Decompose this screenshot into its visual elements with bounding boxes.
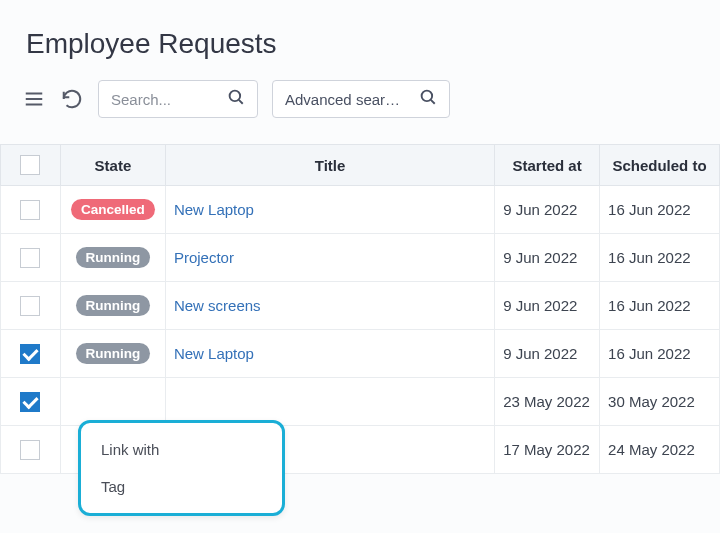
row-title-link[interactable]: New Laptop [174, 345, 254, 362]
row-title-link[interactable]: New screens [174, 297, 261, 314]
row-checkbox[interactable] [20, 392, 40, 412]
row-checkbox[interactable] [20, 296, 40, 316]
advanced-search-label: Advanced sear… [285, 91, 415, 108]
search-input[interactable] [111, 91, 223, 108]
search-icon[interactable] [227, 88, 245, 110]
row-checkbox[interactable] [20, 248, 40, 268]
svg-line-4 [239, 100, 243, 104]
menu-item-link-with[interactable]: Link with [81, 431, 282, 468]
row-started: 23 May 2022 [495, 378, 600, 426]
status-badge: Running [76, 343, 151, 364]
page-title: Employee Requests [0, 0, 720, 80]
toolbar: Advanced sear… [0, 80, 720, 132]
table-row[interactable]: Running Projector 9 Jun 2022 16 Jun 2022 [1, 234, 720, 282]
table-row[interactable]: Running New screens 9 Jun 2022 16 Jun 20… [1, 282, 720, 330]
table-row[interactable]: 23 May 2022 30 May 2022 [1, 378, 720, 426]
row-started: 9 Jun 2022 [495, 234, 600, 282]
table-header-row: State Title Started at Scheduled to [1, 145, 720, 186]
menu-item-tag[interactable]: Tag [81, 468, 282, 505]
status-badge: Running [76, 247, 151, 268]
row-started: 17 May 2022 [495, 426, 600, 474]
svg-line-6 [431, 100, 435, 104]
status-badge: Cancelled [71, 199, 155, 220]
checkbox-icon[interactable] [20, 155, 40, 175]
status-badge: Running [76, 295, 151, 316]
context-menu: Link with Tag [78, 420, 285, 516]
svg-point-3 [230, 91, 241, 102]
row-checkbox[interactable] [20, 200, 40, 220]
row-started: 9 Jun 2022 [495, 282, 600, 330]
search-icon [419, 88, 437, 110]
row-title-link[interactable]: New Laptop [174, 201, 254, 218]
table-row[interactable]: Running New Laptop 9 Jun 2022 16 Jun 202… [1, 330, 720, 378]
header-title[interactable]: Title [165, 145, 494, 186]
row-started: 9 Jun 2022 [495, 186, 600, 234]
header-select-all[interactable] [1, 145, 61, 186]
row-scheduled: 16 Jun 2022 [600, 330, 720, 378]
row-checkbox[interactable] [20, 344, 40, 364]
table-row[interactable]: Cancelled New Laptop 9 Jun 2022 16 Jun 2… [1, 186, 720, 234]
hamburger-icon[interactable] [22, 87, 46, 111]
refresh-icon[interactable] [60, 87, 84, 111]
row-scheduled: 16 Jun 2022 [600, 282, 720, 330]
row-scheduled: 30 May 2022 [600, 378, 720, 426]
row-scheduled: 16 Jun 2022 [600, 186, 720, 234]
row-scheduled: 16 Jun 2022 [600, 234, 720, 282]
advanced-search-button[interactable]: Advanced sear… [272, 80, 450, 118]
row-checkbox[interactable] [20, 440, 40, 460]
svg-point-5 [422, 91, 433, 102]
row-title-link[interactable]: Projector [174, 249, 234, 266]
header-started[interactable]: Started at [495, 145, 600, 186]
header-scheduled[interactable]: Scheduled to [600, 145, 720, 186]
search-input-box[interactable] [98, 80, 258, 118]
row-scheduled: 24 May 2022 [600, 426, 720, 474]
header-state[interactable]: State [60, 145, 165, 186]
row-started: 9 Jun 2022 [495, 330, 600, 378]
